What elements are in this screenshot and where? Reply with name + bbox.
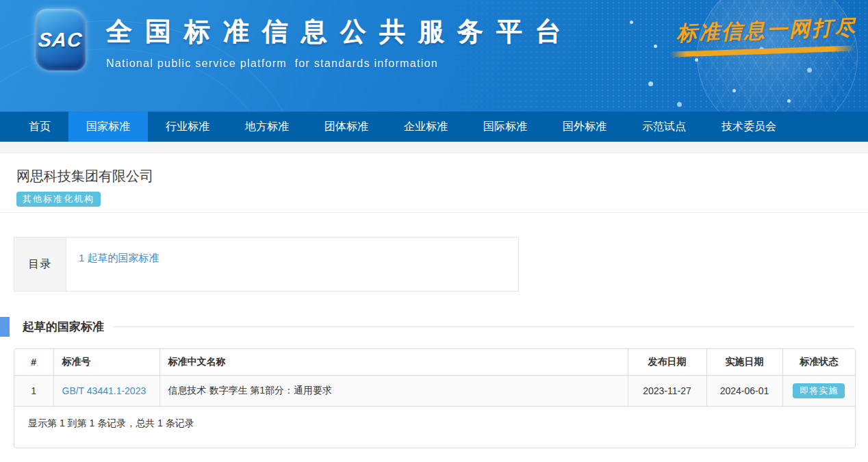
column-header-status: 标准状态: [782, 349, 855, 376]
toc-label: 目录: [14, 238, 66, 291]
site-subtitle: National public service platform for sta…: [106, 57, 574, 70]
nav-tab-national-standards[interactable]: 国家标准: [68, 112, 148, 142]
main-nav: 首页 国家标准 行业标准 地方标准 团体标准 企业标准 国际标准 国外标准 示范…: [0, 112, 868, 142]
standard-number-link[interactable]: GB/T 43441.1-2023: [62, 385, 146, 396]
main-content: 网思科技集团有限公司 其他标准化机构 目录 1 起草的国家标准 起草的国家标准 …: [0, 153, 868, 448]
site-title-block: 全国标准信息公共服务平台 National public service pla…: [106, 14, 574, 70]
column-header-publish-date: 发布日期: [628, 349, 706, 376]
table-record-summary: 显示第 1 到第 1 条记录，总共 1 条记录: [14, 407, 855, 448]
site-title: 全国标准信息公共服务平台: [106, 14, 574, 49]
column-header-name-cn: 标准中文名称: [159, 349, 628, 376]
nav-tab-pilot-programs[interactable]: 示范试点: [624, 112, 704, 142]
section-marker: [0, 317, 10, 337]
section-divider-line: [114, 326, 854, 327]
cell-implement-date: 2024-06-01: [706, 376, 782, 407]
nav-tab-local-standards[interactable]: 地方标准: [227, 112, 307, 142]
cell-standard-no: GB/T 43441.1-2023: [53, 376, 159, 407]
nav-content-separator: [0, 142, 868, 153]
section-title: 起草的国家标准: [23, 319, 104, 335]
standards-table: # 标准号 标准中文名称 发布日期 实施日期 标准状态 1 GB/T 43441…: [14, 349, 855, 407]
nav-tab-group-standards[interactable]: 团体标准: [307, 112, 386, 142]
nav-tab-enterprise-standards[interactable]: 企业标准: [386, 112, 465, 142]
nav-tab-home[interactable]: 首页: [11, 112, 68, 142]
nav-tab-international-standards[interactable]: 国际标准: [465, 112, 545, 142]
nav-tab-foreign-standards[interactable]: 国外标准: [545, 112, 624, 142]
organization-type-badge: 其他标准化机构: [16, 192, 101, 207]
nav-tab-industry-standards[interactable]: 行业标准: [148, 112, 227, 142]
column-header-index: #: [14, 349, 53, 376]
cell-index: 1: [14, 376, 53, 407]
organization-header: 网思科技集团有限公司 其他标准化机构: [0, 153, 868, 213]
toc-body: 1 起草的国家标准: [66, 238, 518, 291]
nav-tab-technical-committees[interactable]: 技术委员会: [704, 112, 794, 142]
cell-name-cn: 信息技术 数字孪生 第1部分：通用要求: [159, 376, 628, 407]
column-header-implement-date: 实施日期: [706, 349, 782, 376]
sac-logo: SAC: [36, 9, 86, 70]
column-header-standard-no: 标准号: [53, 349, 159, 376]
table-row: 1 GB/T 43441.1-2023 信息技术 数字孪生 第1部分：通用要求 …: [14, 376, 855, 407]
toc-link-drafted-standards[interactable]: 1 起草的国家标准: [79, 252, 159, 264]
spark-dots-decoration: [630, 21, 633, 24]
table-header-row: # 标准号 标准中文名称 发布日期 实施日期 标准状态: [14, 349, 855, 376]
organization-name: 网思科技集团有限公司: [16, 167, 854, 185]
standards-table-container: # 标准号 标准中文名称 发布日期 实施日期 标准状态 1 GB/T 43441…: [14, 348, 856, 448]
sac-logo-text: SAC: [38, 29, 84, 51]
section-header: 起草的国家标准: [0, 317, 868, 337]
status-badge: 即将实施: [793, 383, 845, 398]
site-header: SAC 全国标准信息公共服务平台 National public service…: [0, 0, 868, 112]
cell-publish-date: 2023-11-27: [628, 376, 706, 407]
cell-status: 即将实施: [782, 376, 855, 407]
table-of-contents: 目录 1 起草的国家标准: [14, 237, 519, 292]
